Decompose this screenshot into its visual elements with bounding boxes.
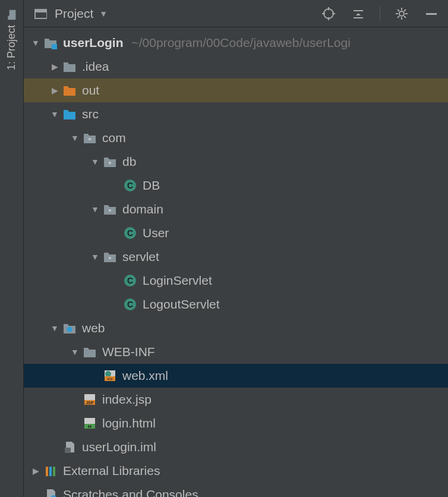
- locate-icon[interactable]: [320, 5, 337, 22]
- class-icon: [122, 225, 138, 241]
- expand-arrow-icon[interactable]: ▼: [88, 205, 102, 214]
- tree-node-indexjsp[interactable]: ▶ index.jsp: [24, 388, 448, 411]
- xml-file-icon: [102, 368, 118, 383]
- tree-node-logout-servlet[interactable]: ▶ LogoutServlet: [24, 292, 448, 316]
- node-label: User: [143, 226, 169, 240]
- tree-node-webinf[interactable]: ▼ WEB-INF: [24, 340, 448, 364]
- tree-node-com[interactable]: ▼ com: [24, 126, 448, 150]
- tree-node-db-class[interactable]: ▶ DB: [24, 174, 448, 197]
- jsp-file-icon: [82, 392, 97, 407]
- project-panel: Project ▼ ▼ userLogin ~/00progra: [24, 0, 448, 497]
- panel-header: Project ▼: [24, 0, 448, 27]
- tree-node-idea[interactable]: ▶ .idea: [24, 55, 448, 78]
- tree-node-out[interactable]: ▶ out: [24, 78, 448, 102]
- expand-arrow-icon[interactable]: ▼: [68, 133, 82, 143]
- webroot-folder-icon: [62, 320, 77, 336]
- package-icon: [102, 154, 118, 169]
- class-icon: [122, 297, 138, 312]
- chevron-down-icon[interactable]: ▼: [99, 9, 108, 18]
- node-label: web.xml: [122, 369, 168, 383]
- tree-node-db[interactable]: ▼ db: [24, 150, 448, 174]
- node-label: servlet: [122, 250, 159, 264]
- node-label: LoginServlet: [143, 273, 212, 288]
- tree-node-loginhtml[interactable]: ▶ login.html: [24, 411, 448, 435]
- expand-arrow-icon[interactable]: ▼: [48, 323, 62, 333]
- node-label: WEB-INF: [102, 345, 155, 359]
- iml-file-icon: [62, 439, 77, 455]
- expand-arrow-icon[interactable]: ▼: [88, 252, 102, 262]
- tree-node-servlet[interactable]: ▼ servlet: [24, 245, 448, 269]
- tree-node-web[interactable]: ▼ web: [24, 316, 448, 340]
- expand-arrow-icon[interactable]: ▶: [48, 62, 62, 71]
- expand-arrow-icon[interactable]: ▼: [29, 38, 43, 48]
- node-label: out: [82, 83, 99, 97]
- hide-icon[interactable]: [423, 5, 440, 22]
- node-label: domain: [122, 202, 163, 216]
- package-icon: [102, 202, 118, 217]
- tree-node-src[interactable]: ▼ src: [24, 102, 448, 126]
- scratches-icon: [43, 487, 58, 497]
- source-folder-icon: [62, 106, 77, 122]
- html-file-icon: [82, 416, 97, 431]
- tree-node-user-class[interactable]: ▶ User: [24, 221, 448, 245]
- tree-node-login-servlet[interactable]: ▶ LoginServlet: [24, 269, 448, 292]
- node-label: DB: [143, 178, 160, 193]
- class-icon: [122, 178, 138, 193]
- project-tree[interactable]: ▼ userLogin ~/00program/00Code/javaweb/u…: [24, 27, 448, 497]
- node-label: Scratches and Consoles: [63, 487, 198, 497]
- project-tool-tab[interactable]: 1: Project: [5, 5, 18, 75]
- folder-icon: [7, 10, 17, 20]
- divider: [380, 7, 380, 21]
- node-label: db: [122, 155, 136, 169]
- class-icon: [122, 273, 138, 288]
- tree-node-external-libraries[interactable]: ▶ External Libraries: [24, 459, 448, 483]
- tree-node-root[interactable]: ▼ userLogin ~/00program/00Code/javaweb/u…: [24, 31, 448, 55]
- folder-icon: [62, 59, 77, 74]
- package-icon: [82, 130, 97, 146]
- expand-arrow-icon[interactable]: ▶: [48, 86, 62, 95]
- project-view-icon[interactable]: [32, 5, 49, 22]
- excluded-folder-icon: [62, 83, 77, 98]
- folder-icon: [82, 344, 97, 360]
- node-label: LogoutServlet: [143, 297, 220, 312]
- expand-arrow-icon[interactable]: ▼: [88, 157, 102, 166]
- tool-tab-label: 1: Project: [5, 25, 18, 70]
- library-icon: [43, 463, 58, 479]
- node-label: login.html: [102, 416, 156, 430]
- expand-arrow-icon[interactable]: ▼: [68, 347, 82, 357]
- tree-node-iml[interactable]: ▶ userLogin.iml: [24, 435, 448, 459]
- tree-node-domain[interactable]: ▼ domain: [24, 197, 448, 221]
- package-icon: [102, 249, 118, 265]
- node-label: web: [82, 321, 105, 335]
- tree-node-scratches[interactable]: ▶ Scratches and Consoles: [24, 483, 448, 497]
- module-folder-icon: [43, 35, 58, 51]
- panel-title[interactable]: Project: [55, 7, 93, 21]
- node-label: External Libraries: [63, 464, 160, 478]
- node-label: src: [82, 107, 99, 121]
- tool-window-bar[interactable]: 1: Project: [0, 0, 24, 497]
- node-label: userLogin: [63, 36, 124, 50]
- gear-icon[interactable]: [393, 5, 410, 22]
- node-label: userLogin.iml: [82, 440, 156, 454]
- node-label: com: [102, 131, 126, 145]
- node-path: ~/00program/00Code/javaweb/userLogi: [132, 36, 351, 50]
- node-label: .idea: [82, 59, 109, 74]
- tree-node-webxml[interactable]: ▶ web.xml: [24, 364, 448, 388]
- expand-arrow-icon[interactable]: ▼: [48, 109, 62, 119]
- collapse-all-icon[interactable]: [350, 5, 367, 22]
- expand-arrow-icon[interactable]: ▶: [29, 466, 43, 476]
- node-label: index.jsp: [102, 392, 152, 407]
